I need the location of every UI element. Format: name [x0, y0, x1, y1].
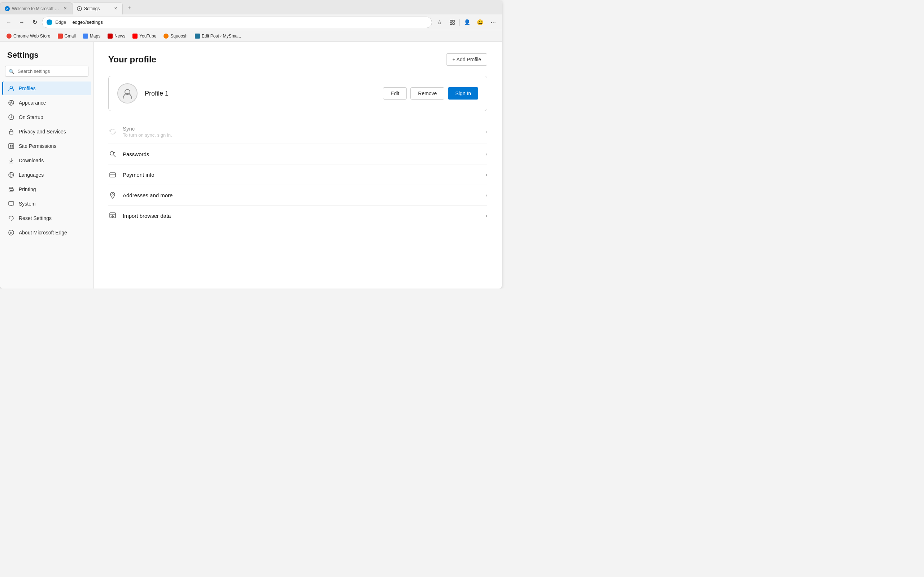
sidebar-item-about[interactable]: e About Microsoft Edge — [2, 226, 91, 239]
settings-item-payment[interactable]: Payment info › — [108, 164, 487, 185]
svg-rect-15 — [10, 145, 11, 146]
svg-rect-14 — [9, 143, 14, 148]
svg-point-32 — [110, 152, 114, 155]
bookmarks-bar: Chrome Web Store Gmail Maps News YouTube… — [0, 30, 502, 42]
signin-button[interactable]: Sign In — [448, 87, 478, 100]
svg-text:e: e — [10, 231, 12, 235]
svg-rect-5 — [452, 20, 454, 22]
system-icon — [8, 200, 15, 207]
news-icon — [108, 34, 113, 39]
back-button[interactable]: ← — [3, 16, 15, 28]
search-input[interactable] — [5, 66, 89, 77]
sidebar-item-profiles[interactable]: Profiles — [2, 82, 91, 95]
sync-chevron: › — [485, 129, 487, 134]
profile-button[interactable]: 👤 — [461, 16, 473, 28]
address-separator — [69, 19, 69, 26]
address-bar[interactable]: Edge edge://settings — [42, 16, 432, 28]
sidebar-item-privacy-label: Privacy and Services — [19, 129, 66, 134]
settings-sidebar: Settings 🔍 Profiles Appearance — [0, 42, 94, 288]
bookmark-youtube[interactable]: YouTube — [129, 32, 159, 40]
remove-profile-button[interactable]: Remove — [410, 87, 444, 100]
bookmark-edit-post-label: Edit Post ‹ MySma... — [202, 34, 241, 39]
sidebar-item-privacy[interactable]: Privacy and Services — [2, 125, 91, 139]
settings-item-passwords[interactable]: Passwords › — [108, 144, 487, 164]
profile-actions: Edit Remove Sign In — [383, 87, 478, 100]
svg-rect-17 — [10, 147, 11, 148]
favorites-button[interactable]: ☆ — [433, 16, 445, 28]
add-profile-button[interactable]: + Add Profile — [446, 53, 487, 66]
browser-toolbar: ← → ↻ Edge edge://settings ☆ 👤 😀 ⋯ — [0, 15, 502, 30]
tab-welcome[interactable]: e Welcome to Microsoft Edge D... ✕ — [0, 2, 72, 15]
squoosh-icon — [163, 34, 168, 39]
sidebar-item-system-label: System — [19, 201, 36, 206]
sidebar-item-about-label: About Microsoft Edge — [19, 230, 67, 235]
passwords-chevron: › — [485, 151, 487, 157]
collections-button[interactable] — [446, 16, 458, 28]
import-text: Import browser data — [123, 213, 480, 219]
payment-chevron: › — [485, 172, 487, 177]
maps-icon — [83, 34, 88, 39]
feedback-button[interactable]: 😀 — [474, 16, 486, 28]
tab-welcome-close[interactable]: ✕ — [63, 5, 68, 11]
svg-point-38 — [112, 193, 113, 195]
forward-button[interactable]: → — [16, 16, 27, 28]
bookmark-maps-label: Maps — [90, 34, 100, 39]
svg-rect-26 — [9, 201, 14, 205]
tab-settings[interactable]: Settings ✕ — [72, 2, 123, 15]
bookmark-youtube-label: YouTube — [139, 34, 156, 39]
refresh-button[interactable]: ↻ — [29, 16, 40, 28]
import-chevron: › — [485, 213, 487, 219]
settings-content: Your profile + Add Profile Profile 1 Edi… — [94, 42, 502, 288]
bookmark-squoosh[interactable]: Squoosh — [161, 32, 190, 40]
sync-subtitle: To turn on sync, sign in. — [123, 132, 480, 138]
tab-settings-close[interactable]: ✕ — [113, 5, 118, 11]
menu-button[interactable]: ⋯ — [487, 16, 499, 28]
import-title: Import browser data — [123, 213, 480, 219]
settings-item-addresses[interactable]: Addresses and more › — [108, 185, 487, 206]
addresses-chevron: › — [485, 192, 487, 198]
on-startup-icon — [8, 114, 15, 121]
settings-item-import[interactable]: Import browser data › — [108, 206, 487, 226]
passwords-title: Passwords — [123, 151, 480, 157]
sidebar-item-printing[interactable]: Printing — [2, 182, 91, 196]
sidebar-item-downloads[interactable]: Downloads — [2, 154, 91, 167]
profiles-icon — [8, 85, 15, 92]
appearance-icon — [8, 100, 15, 106]
sidebar-item-downloads-label: Downloads — [19, 158, 44, 163]
search-icon: 🔍 — [9, 69, 15, 74]
addresses-icon — [108, 191, 117, 200]
svg-rect-16 — [11, 145, 13, 146]
sidebar-item-on-startup[interactable]: On Startup — [2, 110, 91, 124]
address-text: edge://settings — [72, 19, 427, 25]
svg-line-33 — [113, 155, 115, 157]
edit-profile-button[interactable]: Edit — [383, 87, 407, 100]
sidebar-item-languages[interactable]: Languages — [2, 168, 91, 182]
payment-icon — [108, 170, 117, 179]
bookmark-gmail[interactable]: Gmail — [55, 32, 79, 40]
sidebar-item-system[interactable]: System — [2, 197, 91, 211]
bookmark-squoosh-label: Squoosh — [170, 34, 187, 39]
add-profile-label: + Add Profile — [452, 56, 481, 62]
svg-rect-4 — [450, 20, 452, 22]
sync-icon — [108, 127, 117, 136]
sidebar-item-reset[interactable]: Reset Settings — [2, 211, 91, 225]
privacy-icon — [8, 128, 15, 135]
bookmark-maps[interactable]: Maps — [80, 32, 103, 40]
chrome-web-store-icon — [6, 34, 11, 39]
tab-welcome-title: Welcome to Microsoft Edge D... — [12, 6, 61, 11]
bookmark-edit-post[interactable]: Edit Post ‹ MySma... — [192, 32, 244, 40]
settings-list: Sync To turn on sync, sign in. › — [108, 120, 487, 226]
bookmark-chrome-web-store[interactable]: Chrome Web Store — [3, 32, 53, 40]
bookmark-gmail-label: Gmail — [65, 34, 76, 39]
profile-card: Profile 1 Edit Remove Sign In — [108, 76, 487, 111]
sidebar-item-site-permissions[interactable]: Site Permissions — [2, 139, 91, 153]
site-permissions-icon — [8, 143, 15, 149]
bookmark-news-label: News — [115, 34, 125, 39]
svg-rect-7 — [452, 23, 454, 24]
sidebar-item-appearance[interactable]: Appearance — [2, 96, 91, 110]
new-tab-button[interactable]: + — [124, 3, 134, 13]
svg-rect-18 — [11, 147, 13, 148]
languages-icon — [8, 172, 15, 178]
bookmark-news[interactable]: News — [105, 32, 128, 40]
sidebar-item-appearance-label: Appearance — [19, 100, 46, 106]
